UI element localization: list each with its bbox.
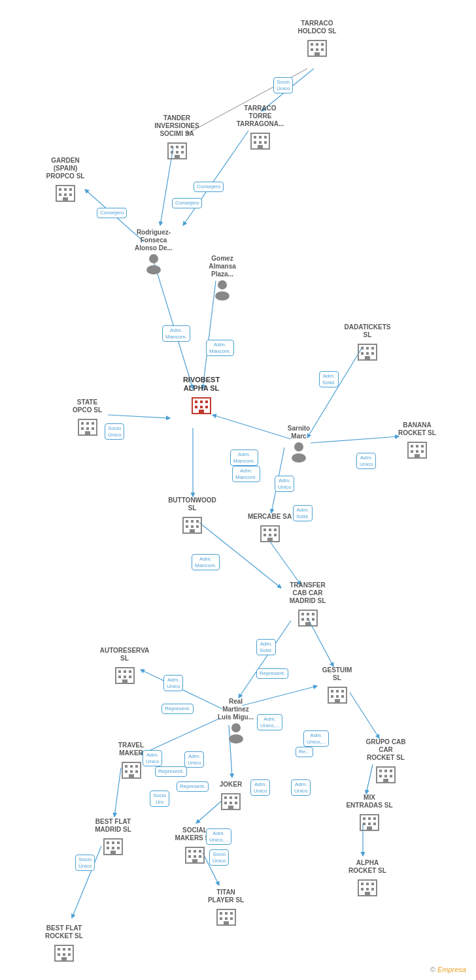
svg-rect-176 bbox=[107, 847, 109, 849]
svg-rect-108 bbox=[269, 529, 271, 531]
badge-adm-unico-7[interactable]: Adm.Unico bbox=[184, 751, 204, 768]
svg-rect-195 bbox=[365, 892, 370, 896]
svg-rect-51 bbox=[175, 155, 180, 159]
svg-rect-141 bbox=[125, 765, 128, 768]
svg-rect-33 bbox=[316, 48, 318, 51]
person-icon2 bbox=[211, 278, 233, 301]
badge-adm-solid-1[interactable]: Adm.Solid. bbox=[319, 371, 339, 387]
svg-rect-100 bbox=[191, 520, 194, 523]
svg-rect-144 bbox=[125, 770, 128, 773]
badge-adm-unico-8[interactable]: Adm.Unico bbox=[250, 779, 270, 796]
svg-rect-150 bbox=[230, 796, 232, 799]
badge-socio-unico-3[interactable]: SocioÚnico bbox=[75, 855, 95, 871]
svg-rect-105 bbox=[190, 529, 195, 533]
svg-rect-41 bbox=[259, 141, 262, 144]
badge-adm-solid-2[interactable]: Adm.Solid. bbox=[293, 505, 313, 521]
badge-socio-uni-1[interactable]: SocioUni bbox=[150, 791, 169, 807]
svg-rect-155 bbox=[228, 806, 233, 809]
node-mix-entradas: MIXENTRADAS SL bbox=[343, 794, 396, 833]
svg-point-138 bbox=[231, 723, 241, 732]
svg-rect-77 bbox=[86, 427, 89, 430]
svg-rect-161 bbox=[384, 775, 387, 777]
badge-socio-unico-4[interactable]: SocioÚnico bbox=[209, 849, 229, 866]
badge-represent-3[interactable]: Represent. bbox=[155, 766, 187, 777]
svg-rect-55 bbox=[69, 188, 72, 191]
svg-rect-157 bbox=[379, 770, 382, 772]
building-icon16 bbox=[358, 809, 381, 833]
badge-re-1[interactable]: Re... bbox=[296, 747, 313, 757]
building-icon5 bbox=[76, 414, 99, 438]
node-alpha-rocket: ALPHAROCKET SL bbox=[341, 859, 394, 898]
svg-rect-31 bbox=[321, 43, 324, 46]
badge-socio-unico-2[interactable]: SocioÚnico bbox=[105, 423, 124, 440]
svg-rect-94 bbox=[421, 450, 424, 453]
svg-rect-129 bbox=[122, 679, 128, 683]
svg-rect-107 bbox=[264, 529, 266, 531]
building-icon4 bbox=[54, 180, 77, 204]
svg-rect-168 bbox=[363, 823, 366, 825]
svg-rect-186 bbox=[199, 855, 201, 858]
badge-adm-mancom-1[interactable]: Adm.Mancom. bbox=[162, 325, 190, 342]
building-icon10 bbox=[296, 605, 320, 629]
svg-rect-102 bbox=[186, 525, 188, 528]
badge-adm-mancom-2[interactable]: Adm.Mancom. bbox=[206, 340, 234, 356]
badge-adm-unico-1[interactable]: Adm.Unico bbox=[356, 453, 376, 469]
svg-rect-131 bbox=[331, 690, 333, 693]
badge-adm-unico-5[interactable]: Adm.Unico,... bbox=[303, 730, 329, 747]
svg-rect-120 bbox=[312, 618, 314, 621]
svg-rect-79 bbox=[85, 431, 90, 435]
badge-socio-unico-1[interactable]: SocioÚnico bbox=[273, 77, 293, 93]
svg-rect-125 bbox=[129, 670, 131, 673]
building-icon18 bbox=[183, 842, 207, 866]
badge-adm-unico-10[interactable]: Adm.Unico,... bbox=[206, 828, 231, 845]
svg-rect-39 bbox=[264, 136, 267, 139]
badge-adm-mancom-4[interactable]: Adm.Mancom. bbox=[232, 466, 260, 482]
svg-rect-35 bbox=[314, 52, 320, 56]
badge-adm-unico-3[interactable]: Adm.Unico bbox=[163, 675, 183, 691]
svg-rect-42 bbox=[264, 141, 267, 144]
building-icon19 bbox=[356, 875, 379, 898]
badge-adm-mancom-3[interactable]: Adm.Mancom. bbox=[230, 449, 258, 466]
building-icon8 bbox=[180, 512, 204, 536]
badge-adm-unico-2[interactable]: Adm.Unico bbox=[275, 476, 294, 492]
svg-rect-95 bbox=[415, 454, 420, 458]
badge-consejero-2[interactable]: Consejero bbox=[172, 198, 202, 208]
building-icon17 bbox=[101, 834, 125, 857]
svg-rect-154 bbox=[235, 802, 237, 804]
badge-adm-unico-4[interactable]: Adm.Unico,... bbox=[257, 714, 282, 730]
svg-rect-119 bbox=[307, 618, 309, 621]
svg-rect-142 bbox=[130, 765, 133, 768]
badge-adm-mancom-5[interactable]: Adm.Mancom. bbox=[192, 554, 220, 570]
building-icon-red bbox=[190, 393, 213, 416]
node-dadatickets: DADATICKETSSL bbox=[341, 323, 394, 363]
svg-rect-123 bbox=[118, 670, 121, 673]
badge-represent-4[interactable]: Represent. bbox=[177, 781, 209, 792]
svg-rect-203 bbox=[224, 921, 229, 925]
badge-adm-unico-6[interactable]: Adm.Unico bbox=[143, 750, 162, 766]
svg-rect-175 bbox=[117, 841, 120, 844]
person-icon3 bbox=[288, 440, 310, 463]
svg-rect-143 bbox=[135, 765, 138, 768]
badge-adm-solid-3[interactable]: Adm.Solid. bbox=[256, 639, 276, 655]
svg-rect-179 bbox=[110, 851, 116, 855]
svg-rect-200 bbox=[220, 917, 222, 920]
badge-consejero-1[interactable]: Consejero bbox=[194, 182, 224, 192]
badge-represent-1[interactable]: Represent. bbox=[256, 668, 288, 679]
node-rodriguez: Rodriguez-FonsecaAlonso De... bbox=[124, 229, 183, 274]
person-icon4 bbox=[225, 721, 247, 743]
svg-rect-182 bbox=[194, 850, 196, 853]
badge-adm-unico-9[interactable]: Adm.Unico bbox=[291, 779, 311, 796]
node-autoreserva: AUTORESERVASL bbox=[97, 647, 152, 686]
node-best-flat-rocket: BEST FLATROCKET SL bbox=[38, 924, 90, 964]
badge-consejero-3[interactable]: Consejero bbox=[97, 208, 127, 218]
svg-point-61 bbox=[146, 265, 161, 274]
svg-rect-110 bbox=[264, 534, 266, 536]
svg-rect-170 bbox=[373, 823, 376, 825]
svg-rect-92 bbox=[411, 450, 413, 453]
svg-rect-113 bbox=[267, 538, 273, 542]
svg-rect-181 bbox=[188, 850, 191, 853]
svg-rect-46 bbox=[176, 146, 178, 148]
svg-rect-183 bbox=[199, 850, 201, 853]
badge-represent-2[interactable]: Represent. bbox=[162, 704, 194, 714]
svg-rect-49 bbox=[176, 151, 178, 154]
